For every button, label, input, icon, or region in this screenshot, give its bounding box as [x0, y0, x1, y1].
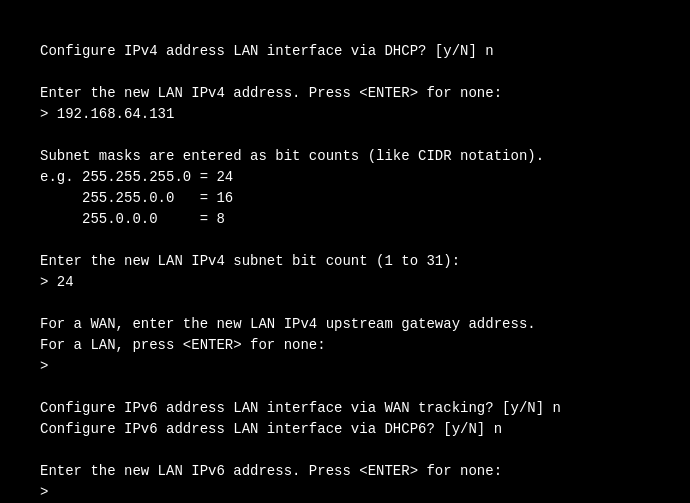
- terminal-line-3: [40, 62, 650, 83]
- terminal-line-8: e.g. 255.255.255.0 = 24: [40, 167, 650, 188]
- terminal-line-21: [40, 440, 650, 461]
- terminal-line-17: >: [40, 356, 650, 377]
- terminal-line-22: Enter the new LAN IPv6 address. Press <E…: [40, 461, 650, 482]
- terminal-line-15: For a WAN, enter the new LAN IPv4 upstre…: [40, 314, 650, 335]
- terminal-window: Configure IPv4 address LAN interface via…: [0, 0, 690, 503]
- terminal-line-23: >: [40, 482, 650, 503]
- terminal-line-5: > 192.168.64.131: [40, 104, 650, 125]
- terminal-line-4: Enter the new LAN IPv4 address. Press <E…: [40, 83, 650, 104]
- terminal-line-14: [40, 293, 650, 314]
- terminal-line-13: > 24: [40, 272, 650, 293]
- terminal-line-2: Configure IPv4 address LAN interface via…: [40, 41, 650, 62]
- terminal-line-1: [40, 20, 650, 41]
- terminal-line-19: Configure IPv6 address LAN interface via…: [40, 398, 650, 419]
- terminal-line-11: [40, 230, 650, 251]
- terminal-line-6: [40, 125, 650, 146]
- terminal-line-7: Subnet masks are entered as bit counts (…: [40, 146, 650, 167]
- terminal-line-18: [40, 377, 650, 398]
- terminal-line-20: Configure IPv6 address LAN interface via…: [40, 419, 650, 440]
- terminal-line-12: Enter the new LAN IPv4 subnet bit count …: [40, 251, 650, 272]
- terminal-line-9: 255.255.0.0 = 16: [40, 188, 650, 209]
- terminal-line-10: 255.0.0.0 = 8: [40, 209, 650, 230]
- terminal-line-16: For a LAN, press <ENTER> for none:: [40, 335, 650, 356]
